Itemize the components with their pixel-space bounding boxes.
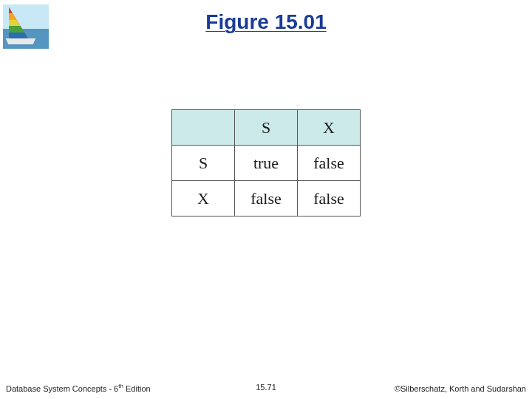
cell-x-x: false: [298, 181, 361, 216]
footer-edition-sup: th: [118, 383, 123, 389]
lock-compatibility-table: S X S true false X false false: [171, 109, 361, 216]
col-header-x: X: [298, 110, 361, 146]
footer-left: Database System Concepts - 6th Edition: [6, 383, 151, 393]
sailboat-hull: [4, 38, 37, 44]
footer-page-number: 15.71: [256, 383, 276, 392]
footer-copyright: ©Silberschatz, Korth and Sudarshan: [395, 384, 526, 393]
cell-x-s: false: [235, 181, 298, 216]
footer-book-title-suffix: Edition: [123, 384, 151, 393]
col-header-s: S: [235, 110, 298, 146]
cell-s-x: false: [298, 146, 361, 181]
figure-title: Figure 15.01: [0, 10, 532, 34]
compatibility-matrix: S X S true false X false false: [0, 109, 532, 216]
slide-footer: Database System Concepts - 6th Edition 1…: [6, 383, 526, 393]
corner-cell: [172, 110, 235, 146]
row-header-s: S: [172, 146, 235, 181]
row-header-x: X: [172, 181, 235, 216]
cell-s-s: true: [235, 146, 298, 181]
footer-book-title-prefix: Database System Concepts - 6: [6, 384, 118, 393]
